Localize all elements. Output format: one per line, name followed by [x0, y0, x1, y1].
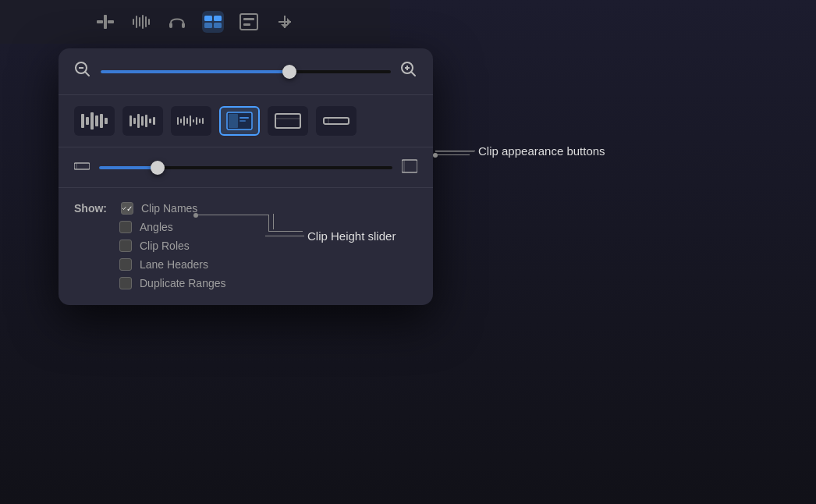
svg-rect-53: [239, 117, 249, 119]
svg-rect-16: [243, 18, 254, 20]
callout-height-text: Clip Height slider: [307, 229, 396, 243]
svg-rect-37: [137, 114, 140, 128]
svg-rect-33: [100, 114, 103, 128]
appearance-btn-waveform-large[interactable]: [74, 106, 115, 136]
svg-rect-50: [202, 118, 204, 124]
svg-rect-55: [275, 114, 300, 128]
zoom-out-icon[interactable]: [74, 61, 91, 82]
appearance-btn-waveform-medium[interactable]: [122, 106, 163, 136]
svg-rect-30: [86, 117, 89, 125]
callout-height-horiz-line: [195, 215, 269, 215]
toolbar: [0, 0, 390, 44]
svg-rect-9: [169, 23, 172, 28]
timeline-icon[interactable]: [238, 11, 260, 33]
svg-rect-0: [97, 20, 103, 23]
popup-panel: Show: Clip Names Angles Clip Roles Lane …: [59, 48, 433, 305]
svg-rect-49: [199, 119, 200, 123]
appearance-btn-clip-outline[interactable]: [268, 106, 308, 136]
svg-rect-38: [141, 116, 144, 126]
svg-rect-3: [133, 19, 134, 25]
checkbox-duplicate-ranges[interactable]: [119, 277, 132, 289]
svg-rect-15: [240, 14, 257, 30]
svg-rect-34: [105, 118, 108, 124]
callout-height-dot: [193, 213, 198, 218]
svg-rect-52: [229, 114, 238, 128]
svg-rect-36: [133, 118, 136, 124]
svg-rect-4: [136, 16, 137, 28]
svg-rect-35: [129, 115, 132, 126]
svg-rect-48: [196, 117, 197, 125]
clip-names-label: Clip Names: [141, 202, 197, 215]
show-label: Show:: [74, 202, 113, 215]
headphone-icon[interactable]: [166, 11, 188, 33]
svg-rect-5: [139, 17, 140, 27]
zoom-in-icon[interactable]: [400, 61, 417, 82]
svg-rect-32: [95, 115, 98, 126]
callout-height-vert-line: [268, 215, 269, 232]
svg-rect-40: [149, 119, 151, 123]
angles-label: Angles: [140, 221, 173, 233]
svg-rect-44: [183, 116, 185, 126]
zoom-slider-fill: [101, 70, 289, 73]
trim2-icon[interactable]: [274, 11, 296, 33]
svg-rect-12: [214, 16, 222, 21]
svg-rect-14: [214, 23, 222, 28]
clip-height-slider-fill: [99, 166, 158, 169]
svg-rect-45: [186, 118, 188, 124]
svg-rect-57: [324, 118, 349, 124]
callout-appearance-dot: [433, 153, 438, 158]
callout-appearance: Clip appearance buttons: [435, 144, 605, 158]
appearance-btn-clip-minimal[interactable]: [316, 106, 357, 136]
checkbox-lane-headers[interactable]: [119, 258, 132, 271]
svg-rect-13: [204, 23, 212, 28]
svg-rect-7: [145, 16, 147, 27]
clip-height-slider-track[interactable]: [99, 166, 392, 169]
svg-rect-17: [243, 23, 250, 26]
svg-rect-11: [204, 16, 212, 21]
svg-rect-6: [142, 15, 144, 29]
svg-rect-39: [145, 115, 147, 127]
checkbox-angles[interactable]: [119, 221, 132, 233]
clip-roles-label: Clip Roles: [140, 240, 190, 252]
lane-headers-label: Lane Headers: [140, 258, 208, 271]
zoom-slider-thumb[interactable]: [282, 65, 296, 79]
svg-rect-43: [180, 119, 182, 123]
clip-height-large-icon: [402, 158, 417, 176]
clip-view-icon[interactable]: [202, 11, 224, 33]
svg-line-24: [85, 72, 89, 76]
svg-rect-46: [190, 115, 191, 126]
svg-rect-31: [90, 112, 94, 130]
show-section: Show: Clip Names Angles Clip Roles Lane …: [59, 188, 433, 305]
svg-rect-47: [193, 119, 194, 122]
clip-appearance-row: [59, 95, 433, 147]
svg-rect-54: [239, 120, 246, 122]
clip-height-small-icon: [74, 160, 90, 175]
svg-rect-42: [177, 117, 179, 125]
appearance-btn-waveform-small[interactable]: [171, 106, 211, 136]
clip-height-row: [59, 147, 433, 188]
appearance-btn-clip-thumbnail[interactable]: [219, 106, 260, 136]
svg-rect-29: [81, 114, 84, 128]
audio-waveform-icon[interactable]: [130, 11, 152, 33]
svg-rect-1: [108, 20, 114, 23]
zoom-row: [59, 48, 433, 95]
clip-height-slider-thumb[interactable]: [151, 161, 165, 175]
duplicate-ranges-label: Duplicate Ranges: [140, 277, 226, 289]
zoom-slider-track[interactable]: [101, 70, 391, 73]
checkbox-clip-names[interactable]: [121, 202, 133, 215]
svg-marker-21: [281, 24, 289, 28]
svg-rect-2: [104, 15, 107, 29]
svg-line-28: [411, 72, 415, 76]
callout-appearance-line: [435, 154, 470, 155]
callout-height: Clip Height slider: [265, 214, 396, 243]
callout-appearance-text: Clip appearance buttons: [478, 144, 605, 158]
trim-icon[interactable]: [94, 11, 116, 33]
svg-rect-10: [182, 23, 185, 28]
callout-height-bottom-line: [268, 231, 303, 232]
checkbox-clip-roles[interactable]: [119, 240, 132, 252]
svg-rect-8: [148, 19, 150, 25]
svg-rect-41: [153, 117, 155, 125]
